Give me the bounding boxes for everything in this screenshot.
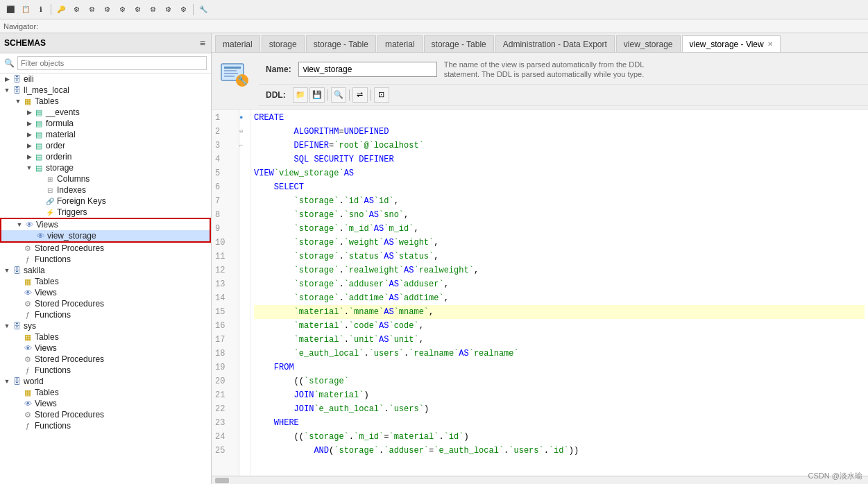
folder-label: Columns <box>56 174 90 184</box>
folder-views-sakila[interactable]: 👁 Views <box>0 287 211 298</box>
tab-view-storage[interactable]: view_storage <box>616 35 681 52</box>
folder-triggers[interactable]: ⚡ Triggers <box>0 207 211 218</box>
folder-views-world[interactable]: 👁 Views <box>0 398 211 409</box>
right-panel: material storage storage - Table materia… <box>212 33 868 484</box>
toolbar-btn-1[interactable]: ⬛ <box>3 3 17 17</box>
view-name-input[interactable] <box>298 62 437 77</box>
folder-indexes[interactable]: ⊟ Indexes <box>0 184 211 196</box>
table-storage[interactable]: ▼ ▤ storage <box>0 162 211 173</box>
folder-columns[interactable]: ⊞ Columns <box>0 173 211 184</box>
table-orderin[interactable]: ▶ ▤ orderin <box>0 151 211 162</box>
toolbar-btn-13[interactable]: 🔧 <box>196 3 210 17</box>
schema-sys[interactable]: ▼ 🗄 sys <box>0 320 211 331</box>
schema-ll-mes-local[interactable]: ▼ 🗄 ll_mes_local <box>0 85 211 96</box>
code-line-15: `material`.`mname` AS `mname`, <box>254 305 865 319</box>
folder-funcs-sakila[interactable]: ƒ Functions <box>0 309 211 320</box>
tab-label: storage - Table <box>432 40 486 49</box>
folder-funcs-world[interactable]: ƒ Functions <box>0 420 211 431</box>
views-folder-icon: 👁 <box>22 344 33 352</box>
expand-arrow[interactable]: ▼ <box>3 378 11 385</box>
expand-arrow[interactable]: ▼ <box>3 87 11 94</box>
svg-rect-3 <box>224 73 238 74</box>
toolbar-btn-11[interactable]: ⚙ <box>161 3 175 17</box>
tab-storage-1[interactable]: storage <box>262 35 305 52</box>
horizontal-scrollbar[interactable] <box>212 476 868 484</box>
toolbar-btn-8[interactable]: ⚙ <box>115 3 129 17</box>
name-label: Name: <box>266 64 291 74</box>
tab-material-2[interactable]: material <box>377 35 423 52</box>
tab-label: storage <box>269 40 297 49</box>
schema-eili[interactable]: ▶ 🗄 eili <box>0 74 211 85</box>
schema-sakila[interactable]: ▼ 🗄 sakila <box>0 265 211 276</box>
proc-folder-icon: ⚙ <box>22 355 33 364</box>
expand-arrow[interactable]: ▶ <box>25 109 33 116</box>
folder-procs-sys[interactable]: ⚙ Stored Procedures <box>0 354 211 365</box>
folder-tables-sys[interactable]: ▦ Tables <box>0 331 211 343</box>
schema-world[interactable]: ▼ 🗄 world <box>0 376 211 387</box>
expand-arrow[interactable]: ▼ <box>25 164 33 171</box>
code-line-5: VIEW `view_storage` AS <box>254 166 865 180</box>
folder-tables-sakila[interactable]: ▦ Tables <box>0 276 211 287</box>
ddl-wrap-btn[interactable]: ⇌ <box>352 87 368 103</box>
view-view-storage[interactable]: 👁 view_storage <box>1 230 210 241</box>
filter-input[interactable] <box>17 56 207 70</box>
folder-functions-llmes[interactable]: ƒ Functions <box>0 254 211 265</box>
code-line-21: JOIN `material`) <box>254 388 865 402</box>
expand-arrow[interactable]: ▼ <box>3 322 11 329</box>
folder-stored-procedures-llmes[interactable]: ⚙ Stored Procedures <box>0 243 211 254</box>
tab-storage-table[interactable]: storage - Table <box>306 35 376 52</box>
toolbar-btn-10[interactable]: ⚙ <box>146 3 160 17</box>
expand-arrow[interactable]: ▼ <box>14 98 22 105</box>
expand-arrow[interactable]: ▶ <box>3 76 11 83</box>
folder-views[interactable]: ▼ 👁 Views <box>1 219 210 230</box>
tab-storage-table-2[interactable]: storage - Table <box>424 35 494 52</box>
ddl-open-btn[interactable]: 📁 <box>293 87 308 103</box>
folder-foreign-keys[interactable]: 🔗 Foreign Keys <box>0 196 211 207</box>
code-line-17: `material`.`unit` AS `unit`, <box>254 333 865 347</box>
ddl-format-btn[interactable]: ⊡ <box>374 87 389 103</box>
tab-close-icon[interactable]: ✕ <box>767 40 773 48</box>
folder-views-sys[interactable]: 👁 Views <box>0 343 211 354</box>
folder-label: Stored Procedures <box>33 410 104 420</box>
code-content[interactable]: CREATE ALGORITHM = UNDEFINED DEFINER = `… <box>250 110 868 476</box>
toolbar-btn-5[interactable]: ⚙ <box>69 3 83 17</box>
code-line-22: JOIN `e_auth_local`.`users`) <box>254 402 865 416</box>
sidebar-filter-row: 🔍 <box>0 53 211 74</box>
toolbar-btn-9[interactable]: ⚙ <box>130 3 144 17</box>
expand-arrow[interactable]: ▼ <box>3 267 11 274</box>
folder-procs-sakila[interactable]: ⚙ Stored Procedures <box>0 298 211 309</box>
folder-funcs-sys[interactable]: ƒ Functions <box>0 365 211 376</box>
folder-tables[interactable]: ▼ ▦ Tables <box>0 96 211 107</box>
tab-material-1[interactable]: material <box>215 35 260 52</box>
table-order[interactable]: ▶ ▤ order <box>0 140 211 151</box>
ddl-search-btn[interactable]: 🔍 <box>331 87 346 103</box>
toolbar-btn-6[interactable]: ⚙ <box>85 3 99 17</box>
expand-arrow[interactable]: ▶ <box>25 142 33 149</box>
ddl-save-btn[interactable]: 💾 <box>309 87 325 103</box>
expand-arrow[interactable]: ▶ <box>25 120 33 127</box>
tab-label: view_storage - View <box>690 40 764 49</box>
folder-tables-world[interactable]: ▦ Tables <box>0 387 211 398</box>
tab-view-storage-view[interactable]: view_storage - View ✕ <box>682 35 781 52</box>
folder-procs-world[interactable]: ⚙ Stored Procedures <box>0 409 211 420</box>
expand-arrow[interactable]: ▶ <box>25 131 33 138</box>
expand-arrow[interactable]: ▶ <box>25 153 33 160</box>
code-line-10: `storage`.`weight` AS `weight`, <box>254 236 865 250</box>
toolbar-btn-12[interactable]: ⚙ <box>176 3 190 17</box>
triggers-icon: ⚡ <box>44 209 56 216</box>
table-formula[interactable]: ▶ ▤ formula <box>0 118 211 129</box>
table-material[interactable]: ▶ ▤ material <box>0 129 211 140</box>
toolbar-btn-2[interactable]: 📋 <box>19 3 33 17</box>
view-icon: 🔧 <box>220 58 250 89</box>
toolbar-btn-3[interactable]: ℹ <box>34 3 48 17</box>
scroll-thumb[interactable] <box>215 478 229 483</box>
sidebar-action-icon[interactable]: ≡ <box>198 36 207 50</box>
toolbar-btn-4[interactable]: 🔑 <box>54 3 68 17</box>
expand-arrow[interactable]: ▼ <box>15 221 24 228</box>
tab-admin-export[interactable]: Administration - Data Export <box>495 35 615 52</box>
ddl-sep-2 <box>349 89 350 101</box>
code-line-8: `storage`.`sno` AS `sno`, <box>254 208 865 222</box>
toolbar-btn-7[interactable]: ⚙ <box>100 3 114 17</box>
gutter: ● <box>239 110 250 476</box>
table-events[interactable]: ▶ ▤ __events <box>0 107 211 118</box>
